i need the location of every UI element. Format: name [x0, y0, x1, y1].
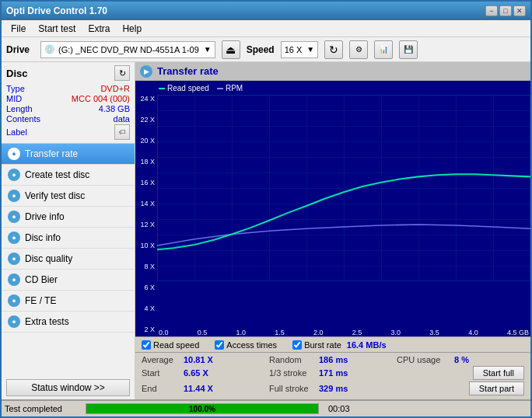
y-label-12: 12 X: [135, 221, 157, 228]
disc-label-button[interactable]: 🏷: [114, 124, 130, 140]
disc-length-value: 4.38 GB: [99, 104, 130, 113]
end-label: End: [142, 384, 180, 393]
disc-type-value: DVD+R: [100, 84, 130, 93]
cpu-label: CPU usage: [397, 355, 451, 364]
checkboxes-row: Read speed Access times Burst rate 16.4 …: [135, 336, 530, 352]
start-value: 6.65 X: [184, 368, 222, 378]
disc-length-label: Length: [6, 104, 33, 113]
nav-disc-quality[interactable]: ● Disc quality: [2, 249, 135, 270]
settings-button1[interactable]: ⚙: [349, 40, 368, 59]
drive-label: Drive: [6, 44, 34, 55]
nav-icon-cd-bier: ●: [8, 273, 20, 286]
nav-extra-tests[interactable]: ● Extra tests: [2, 312, 135, 333]
nav-label-verify-test-disc: Verify test disc: [25, 190, 85, 201]
start-full-button[interactable]: Start full: [473, 366, 524, 380]
disc-type-label: Type: [6, 84, 25, 93]
settings-button2[interactable]: 📊: [374, 40, 393, 59]
stat-group-start: Start 6.65 X: [142, 368, 269, 378]
stat-group-end: End 11.44 X: [142, 384, 269, 393]
nav-transfer-rate[interactable]: ● Transfer rate: [2, 144, 135, 165]
status-bar: Test completed 100.0% 00:03: [2, 399, 530, 416]
drive-selector[interactable]: 💿 (G:) _NEC DVD_RW ND-4551A 1-09 ▼: [40, 41, 215, 58]
nav-drive-info[interactable]: ● Drive info: [2, 207, 135, 228]
window-controls: − □ ✕: [485, 5, 526, 16]
full-stroke-value: 329 ms: [319, 384, 358, 393]
stat-group-stroke: 1/3 stroke 171 ms: [269, 368, 397, 378]
read-speed-checkbox-item: Read speed: [142, 340, 199, 350]
x-label-45: 4.5 GB: [507, 329, 529, 336]
app-window: Opti Drive Control 1.70 − □ ✕ File Start…: [0, 0, 532, 418]
nav-cd-bier[interactable]: ● CD Bier: [2, 270, 135, 291]
random-value: 186 ms: [319, 355, 358, 364]
stroke-label: 1/3 stroke: [269, 368, 316, 378]
window-title: Opti Drive Control 1.70: [6, 5, 107, 16]
disc-refresh-button[interactable]: ↻: [114, 65, 130, 81]
speed-value: 16 X: [285, 45, 303, 54]
legend-read-speed: Read speed: [159, 84, 209, 92]
status-window-button[interactable]: Status window >>: [6, 379, 130, 396]
nav-verify-test-disc[interactable]: ● Verify test disc: [2, 186, 135, 207]
chart-container: Read speed RPM 24 X 22 X 20 X 18 X 16 X …: [135, 81, 530, 336]
access-times-checkbox[interactable]: [215, 340, 224, 350]
nav-label-create-test-disc: Create test disc: [25, 169, 89, 180]
drive-eject-button[interactable]: ⏏: [222, 40, 240, 59]
disc-contents-label: Contents: [6, 114, 40, 124]
legend-rpm-color: [217, 88, 223, 89]
y-axis: 24 X 22 X 20 X 18 X 16 X 14 X 12 X 10 X …: [135, 95, 157, 336]
nav-disc-info[interactable]: ● Disc info: [2, 228, 135, 249]
nav-fe-te[interactable]: ● FE / TE: [2, 291, 135, 312]
time-text: 00:03: [328, 404, 350, 413]
average-label: Average: [142, 355, 180, 364]
start-part-button[interactable]: Start part: [469, 381, 524, 395]
y-label-10: 10 X: [135, 242, 157, 249]
nav-label-cd-bier: CD Bier: [25, 274, 58, 285]
speed-selector[interactable]: 16 X ▼: [281, 41, 319, 58]
legend-rpm: RPM: [217, 84, 243, 92]
minimize-button[interactable]: −: [485, 5, 498, 16]
stat-group-full-stroke: Full stroke 329 ms: [269, 384, 397, 393]
stat-group-start-btn: Start full: [397, 366, 524, 380]
stat-group-part-btn: Start part: [397, 381, 524, 395]
drive-value: (G:) _NEC DVD_RW ND-4551A 1-09: [58, 45, 199, 54]
y-label-8: 8 X: [135, 263, 157, 270]
nav-create-test-disc[interactable]: ● Create test disc: [2, 165, 135, 186]
chart-legend: Read speed RPM: [159, 84, 243, 92]
transfer-rate-icon: ▶: [140, 65, 152, 78]
menu-help[interactable]: Help: [116, 22, 148, 36]
stat-group-average: Average 10.81 X: [142, 355, 269, 364]
random-label: Random: [269, 355, 316, 364]
save-button[interactable]: 💾: [399, 40, 418, 59]
x-label-05: 0.5: [198, 329, 208, 336]
burst-rate-checkbox-item: Burst rate 16.4 MB/s: [292, 340, 386, 350]
burst-rate-checkbox[interactable]: [292, 340, 302, 350]
y-label-4: 4 X: [135, 305, 157, 312]
disc-contents-value[interactable]: data: [114, 114, 130, 124]
nav-icon-create-test-disc: ●: [8, 169, 20, 181]
menu-file[interactable]: File: [5, 22, 32, 36]
nav-icon-transfer-rate: ●: [8, 148, 20, 160]
stats-row-start: Start 6.65 X 1/3 stroke 171 ms Start ful…: [142, 366, 524, 380]
nav-label-extra-tests: Extra tests: [25, 316, 69, 327]
x-label-20: 2.0: [313, 329, 324, 336]
read-speed-checkbox[interactable]: [142, 340, 151, 350]
close-button[interactable]: ✕: [513, 5, 526, 16]
nav-icon-verify-test-disc: ●: [8, 190, 20, 202]
maximize-button[interactable]: □: [499, 5, 512, 16]
menu-start-test[interactable]: Start test: [32, 22, 82, 36]
x-label-30: 3.0: [391, 329, 401, 336]
nav-icon-disc-quality: ●: [8, 253, 20, 265]
nav-label-drive-info: Drive info: [25, 211, 65, 222]
legend-read-speed-label: Read speed: [167, 84, 209, 92]
refresh-button[interactable]: ↻: [324, 40, 343, 59]
x-label-25: 2.5: [352, 329, 362, 336]
chart-svg: [157, 95, 530, 281]
read-speed-checkbox-label: Read speed: [153, 340, 199, 350]
y-label-14: 14 X: [135, 200, 157, 207]
stat-group-cpu: CPU usage 8 %: [397, 355, 524, 364]
x-label-10: 1.0: [236, 329, 247, 336]
legend-read-speed-color: [159, 88, 165, 89]
title-bar: Opti Drive Control 1.70 − □ ✕: [2, 2, 530, 20]
menu-extra[interactable]: Extra: [82, 22, 116, 36]
x-axis: 0.0 0.5 1.0 1.5 2.0 2.5 3.0 3.5 4.0 4.5 …: [157, 329, 530, 336]
menu-bar: File Start test Extra Help: [2, 20, 530, 37]
